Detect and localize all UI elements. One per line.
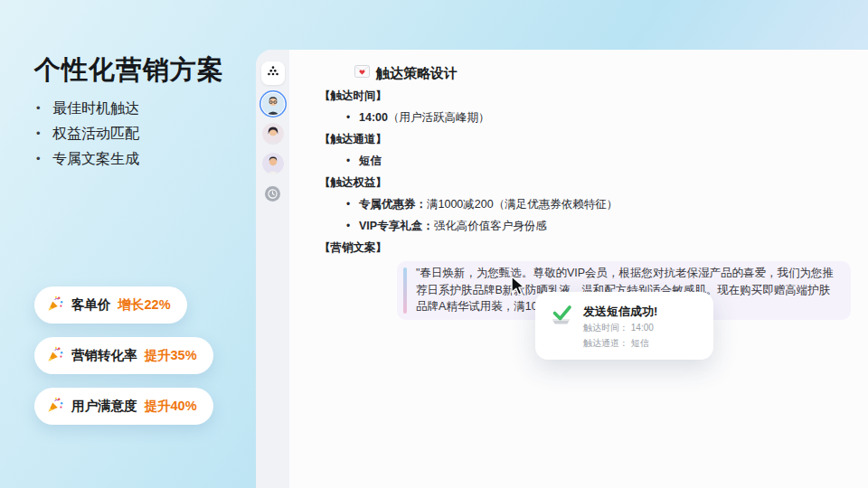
- agent-avatar-female[interactable]: [262, 123, 284, 145]
- toast-body: 发送短信成功! 触达时间： 14:00 触达通道： 短信: [583, 305, 657, 360]
- feature-item: 专属文案生成: [36, 146, 139, 172]
- history-button[interactable]: [265, 186, 280, 202]
- doc-title: 触达策略设计: [376, 64, 458, 82]
- page-title: 个性化营销方案: [34, 52, 224, 89]
- party-popper-icon: [46, 295, 64, 315]
- quote-accent-bar: [403, 267, 407, 314]
- stat-value: 提升40%: [145, 398, 197, 415]
- feature-item: 最佳时机触达: [36, 96, 139, 121]
- agent-avatar-selected[interactable]: [262, 93, 284, 115]
- clock-icon: [268, 186, 278, 202]
- marketing-panel: 个性化营销方案 最佳时机触达 权益活动匹配 专属文案生成 客单价 增长22%: [0, 0, 256, 488]
- section-heading-channel: 【触达通道】: [319, 132, 868, 147]
- session-rail: [256, 50, 289, 488]
- love-letter-icon: [354, 64, 370, 82]
- app-logo-button[interactable]: [261, 61, 285, 85]
- agent-avatar-male[interactable]: [262, 153, 284, 174]
- toast-line-channel: 触达通道： 短信: [583, 338, 657, 349]
- party-popper-icon: [46, 345, 64, 366]
- success-check-icon: [549, 305, 573, 360]
- stat-badge-order-value: 客单价 增长22%: [34, 286, 187, 324]
- feature-list: 最佳时机触达 权益活动匹配 专属文案生成: [36, 96, 139, 172]
- toast-title: 发送短信成功!: [583, 305, 657, 318]
- section-heading-copy: 【营销文案】: [319, 240, 868, 256]
- section-heading-time: 【触达时间】: [319, 89, 868, 104]
- sms-success-toast: 发送短信成功! 触达时间： 14:00 触达通道： 短信: [535, 292, 713, 360]
- bullet-vip-gift: VIP专享礼盒：强化高价值客户身份感: [346, 219, 868, 234]
- bullet-time: 14:00（用户活跃高峰期）: [346, 110, 868, 126]
- stat-value: 提升35%: [145, 347, 197, 364]
- app-window: 触达策略设计 【触达时间】 14:00（用户活跃高峰期） 【触达通道】 短信 【…: [256, 50, 868, 488]
- doc-header: 触达策略设计: [354, 64, 868, 82]
- section-heading-benefit: 【触达权益】: [319, 175, 868, 191]
- stat-badge-conversion: 营销转化率 提升35%: [34, 337, 213, 374]
- stat-label: 用户满意度: [71, 398, 137, 415]
- app-logo-icon: [266, 64, 280, 82]
- party-popper-icon: [46, 396, 64, 417]
- bullet-channel: 短信: [346, 154, 868, 169]
- stat-label: 营销转化率: [71, 347, 137, 364]
- stat-badge-satisfaction: 用户满意度 提升40%: [34, 388, 213, 425]
- mouse-cursor: [511, 276, 529, 297]
- chat-content: 触达策略设计 【触达时间】 14:00（用户活跃高峰期） 【触达通道】 短信 【…: [289, 50, 868, 488]
- feature-item: 权益活动匹配: [36, 121, 139, 146]
- bullet-coupon: 专属优惠券：满1000减200（满足优惠券依赖特征）: [346, 197, 868, 212]
- toast-line-time: 触达时间： 14:00: [583, 323, 657, 333]
- stat-value: 增长22%: [118, 296, 171, 314]
- stat-label: 客单价: [71, 296, 111, 314]
- stats-badges: 客单价 增长22% 营销转化率 提升35%: [34, 286, 213, 425]
